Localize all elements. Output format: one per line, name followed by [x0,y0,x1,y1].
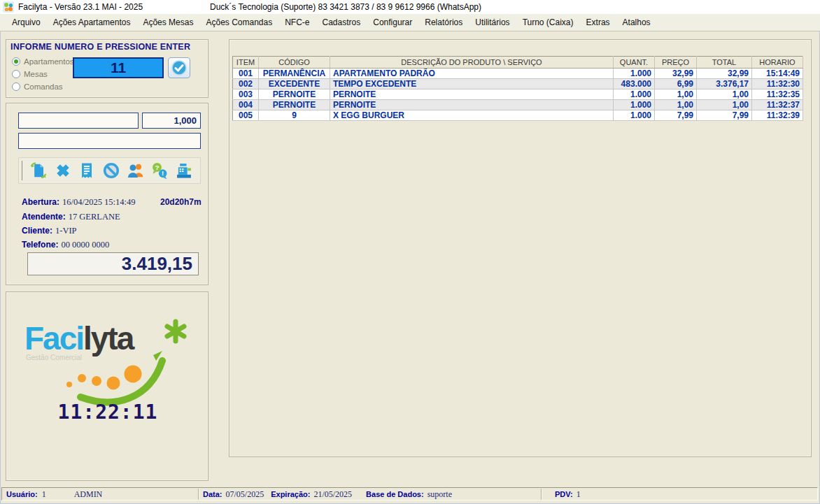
abertura-line: Abertura:16/04/2025 15:14:49 20d20h7m [22,197,200,208]
column-header-descricao-do-produto-servico[interactable]: DESCRIÇÃO DO PRODUTO \ SERVIÇO [330,57,614,69]
menu-item-nfc-e[interactable]: NFC-e [278,15,316,29]
menu-item-acoes-comandas[interactable]: Ações Comandas [199,15,278,29]
atendente-label: Atendente: [22,212,66,222]
items-table: ITEMCÓDIGODESCRIÇÃO DO PRODUTO \ SERVIÇO… [232,56,803,121]
radio-circle-icon [12,57,20,66]
telefone-line: Telefone:00 0000 0000 [22,240,200,251]
menu-item-cadastros[interactable]: Cadastros [316,15,367,29]
table-row[interactable]: 001PERMANÊNCIAAPARTAMENTO PADRÃO1.00032,… [233,69,803,79]
column-header-total[interactable]: TOTAL [697,57,752,69]
usuario-value: 1 [42,489,46,500]
table-row[interactable]: 002EXCEDENTETEMPO EXCEDENTE483.0006,993.… [233,79,803,89]
quantity-input[interactable] [142,113,201,129]
delete-item-button[interactable] [51,159,76,182]
title-bar: Facilyta - Versão 23.1 MAI - 2025 Duck´s… [0,0,820,14]
radio-label: Comandas [24,82,63,91]
cliente-line: Cliente:1-VIP [22,226,200,237]
abertura-label: Abertura: [22,197,59,207]
cliente-label: Cliente: [22,226,52,236]
cash-register-icon [174,161,194,180]
table-row[interactable]: 0059X EGG BURGUER1.0007,997,9911:32:39 [233,110,803,121]
toolbar-grip [22,161,22,180]
application-window: Facilyta - Versão 23.1 MAI - 2025 Duck´s… [0,0,820,504]
status-pdv-group: PDV: 1 [555,489,581,500]
menu-item-configurar[interactable]: Configurar [367,15,418,29]
menu-item-turno-caixa[interactable]: Turno (Caixa) [516,15,580,29]
radio-circle-icon [12,70,20,78]
expiracao-value: 21/05/2025 [313,489,352,500]
menu-item-acoes-apartamentos[interactable]: Ações Apartamentos [47,15,137,29]
radio-apartamentos[interactable]: Apartamentos [12,57,74,66]
table-row[interactable]: 003PERNOITEPERNOITE1.0001,001,0011:32:35 [233,89,803,100]
transfer-document-icon [29,161,48,180]
column-header-quant[interactable]: QUANT. [614,57,655,69]
pdv-label: PDV: [555,490,573,498]
radio-comandas[interactable]: Comandas [12,82,63,91]
telefone-value: 00 0000 0000 [61,240,109,250]
expiracao-label: Expiração: [271,490,310,498]
menu-bar: ArquivoAções ApartamentosAções MesasAçõe… [0,14,820,31]
chat-help-icon: ? ! [150,161,169,180]
menu-item-extras[interactable]: Extras [580,15,616,29]
base-value: suporte [427,489,452,500]
logo-tagline: Gestão Comercial [26,354,82,361]
table-header-row: ITEMCÓDIGODESCRIÇÃO DO PRODUTO \ SERVIÇO… [233,57,803,69]
radio-mesas[interactable]: Mesas [12,70,48,78]
column-header-horario[interactable]: HORARIO [752,57,803,69]
support-info: Duck´s Tecnologia (Suporte) 83 3421 3873… [210,2,481,12]
entry-panel: INFORME NUMERO E PRESSIONE ENTER Apartam… [6,39,208,98]
menu-item-relatorios[interactable]: Relatórios [418,15,469,29]
svg-text:!: ! [162,170,164,177]
cliente-value: 1-VIP [55,226,77,236]
status-divider [541,489,542,500]
check-icon [171,59,188,76]
svg-text:Facilyta: Facilyta [24,320,135,357]
atendente-value: 17 GERLANE [69,212,120,222]
transfer-document-button[interactable] [27,159,51,182]
product-name-input[interactable] [18,133,201,149]
status-user-group: Usuário: 1 ADMIN [6,489,102,500]
block-button[interactable] [99,159,124,182]
menu-item-utilitarios[interactable]: Utilitários [469,15,516,29]
logo-dots [66,366,142,390]
radio-label: Apartamentos [24,57,74,66]
duration-value: 20d20h7m [160,197,202,207]
status-bar: Usuário: 1 ADMIN Data: 07/05/2025 Expira… [1,487,818,501]
number-input[interactable] [73,57,164,78]
receipt-icon [77,161,97,180]
column-header-preco[interactable]: PREÇO [655,57,697,69]
menu-item-acoes-mesas[interactable]: Ações Mesas [136,15,199,29]
data-label: Data: [203,490,222,498]
chat-help-button[interactable]: ? ! [148,159,172,182]
cash-register-button[interactable] [171,159,196,182]
table-row[interactable]: 004PERNOITEPERNOITE1.0001,001,0011:32:37 [233,100,803,110]
base-label: Base de Dados: [366,490,424,498]
radio-circle-icon [12,82,20,91]
entry-panel-header: INFORME NUMERO E PRESSIONE ENTER [10,42,190,52]
items-panel: ITEMCÓDIGODESCRIÇÃO DO PRODUTO \ SERVIÇO… [229,39,812,457]
print-receipt-button[interactable] [75,159,99,182]
column-header-codigo[interactable]: CÓDIGO [259,57,330,69]
clock-display: 11:22:11 [6,401,209,424]
brand-panel: Facilyta Gestão Comercial 11:22:11 [6,291,208,481]
logo-asterisk-icon [167,322,184,341]
confirm-button[interactable] [168,57,190,78]
menu-item-arquivo[interactable]: Arquivo [6,15,47,29]
usuario-label: Usuário: [6,490,38,498]
telefone-label: Telefone: [22,240,58,250]
status-divider [198,489,199,500]
block-icon [101,161,121,180]
delete-x-icon [53,161,73,180]
svg-text:?: ? [155,164,160,171]
menu-item-atalhos[interactable]: Atalhos [616,15,657,29]
status-dates-group: Data: 07/05/2025 Expiração: 21/05/2025 B… [203,489,452,500]
product-code-input[interactable] [18,113,139,129]
atendente-line: Atendente:17 GERLANE [22,212,200,223]
sale-panel: ? ! Abertura:16 [6,103,208,285]
customers-button[interactable] [123,159,148,182]
user-name: ADMIN [74,489,103,500]
column-header-item[interactable]: ITEM [233,57,259,69]
pdv-value: 1 [577,489,581,500]
data-value: 07/05/2025 [226,489,264,500]
customers-icon [126,161,146,180]
